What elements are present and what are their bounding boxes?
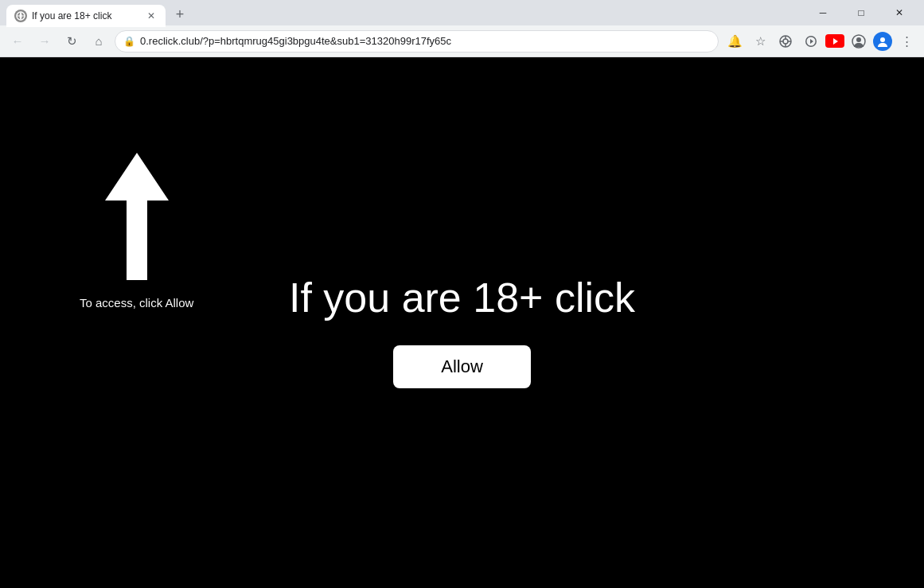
tab-favicon — [14, 10, 27, 22]
tab-close-button[interactable]: ✕ — [145, 10, 158, 22]
allow-button[interactable]: Allow — [393, 345, 531, 388]
arrow-area: To access, click Allow — [80, 153, 193, 310]
main-heading: If you are 18+ click — [289, 274, 635, 321]
more-options-button[interactable]: ⋮ — [895, 30, 918, 53]
svg-point-10 — [856, 37, 861, 42]
profile-extension-icon[interactable] — [848, 30, 870, 53]
window-controls: ─ □ ✕ — [798, 0, 918, 25]
media-icon[interactable] — [800, 30, 822, 53]
web-content: To access, click Allow If you are 18+ cl… — [0, 57, 924, 588]
browser-frame: If you are 18+ click ✕ + ─ □ ✕ ← → ↻ ⌂ 🔒… — [0, 0, 924, 588]
extensions-icon[interactable] — [774, 30, 797, 53]
address-bar[interactable]: 🔒 0.reclick.club/?p=hbrtqmrug45gi3bpgu4t… — [115, 30, 719, 53]
toolbar: ← → ↻ ⌂ 🔒 0.reclick.club/?p=hbrtqmrug45g… — [0, 25, 924, 57]
back-button[interactable]: ← — [6, 30, 29, 53]
home-button[interactable]: ⌂ — [88, 30, 110, 53]
title-bar: If you are 18+ click ✕ + ─ □ ✕ — [0, 0, 924, 25]
lock-icon: 🔒 — [123, 36, 135, 47]
maximize-button[interactable]: □ — [843, 0, 879, 25]
forward-button[interactable]: → — [33, 30, 56, 53]
close-button[interactable]: ✕ — [881, 0, 918, 25]
minimize-button[interactable]: ─ — [805, 0, 841, 25]
arrow-shaft — [127, 201, 147, 280]
tab-title: If you are 18+ click — [32, 10, 140, 21]
url-text: 0.reclick.club/?p=hbrtqmrug45gi3bpgu4te&… — [140, 35, 710, 47]
arrow-head — [105, 153, 169, 201]
svg-point-12 — [880, 37, 885, 42]
toolbar-icons: 🔔 ☆ — [723, 30, 918, 53]
new-tab-button[interactable]: + — [169, 3, 191, 25]
svg-point-2 — [783, 39, 788, 44]
center-content: If you are 18+ click Allow — [289, 274, 635, 388]
reload-button[interactable]: ↻ — [60, 30, 83, 53]
bell-icon[interactable]: 🔔 — [723, 30, 746, 53]
tab-bar: If you are 18+ click ✕ + — [6, 0, 798, 25]
up-arrow-icon — [105, 153, 169, 280]
click-instruction: To access, click Allow — [80, 296, 193, 310]
profile-button[interactable] — [873, 32, 892, 51]
bookmark-icon[interactable]: ☆ — [749, 30, 771, 53]
youtube-icon[interactable] — [825, 34, 844, 48]
active-tab[interactable]: If you are 18+ click ✕ — [6, 5, 166, 27]
